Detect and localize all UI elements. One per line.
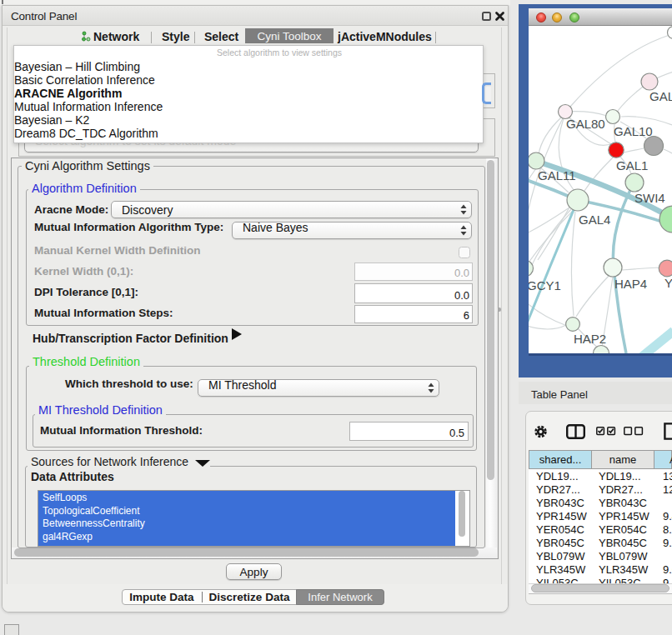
svg-text:GAL4: GAL4 [579,212,610,227]
svg-text:GAL10: GAL10 [614,124,653,138]
svg-text:GCY1: GCY1 [529,278,561,292]
svg-text:SWI4: SWI4 [634,191,665,205]
svg-text:GAL11: GAL11 [538,168,576,182]
svg-text:GAL7: GAL7 [649,89,672,103]
svg-text:GAL80: GAL80 [566,117,605,131]
svg-text:HAP4: HAP4 [614,277,647,291]
svg-text:GAL1: GAL1 [616,158,648,172]
svg-text:YJ: YJ [664,276,672,290]
svg-text:HAP2: HAP2 [574,332,606,346]
